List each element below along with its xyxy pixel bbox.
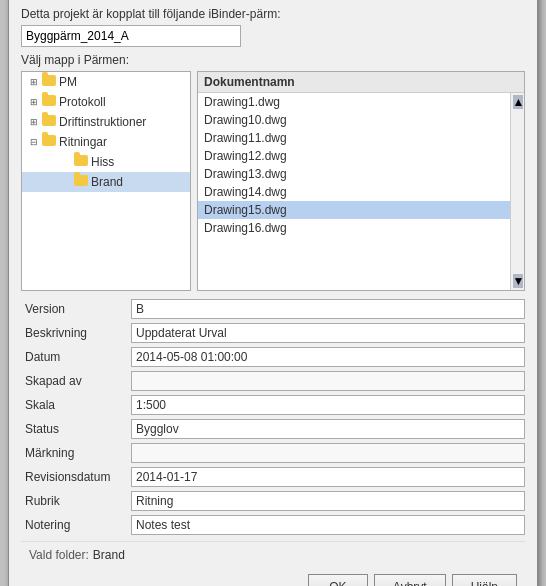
doc-list-items: Drawing1.dwg Drawing10.dwg Drawing11.dwg… xyxy=(198,93,510,290)
label-skala: Skala xyxy=(21,398,131,412)
field-revisionsdatum[interactable] xyxy=(131,467,525,487)
field-status[interactable] xyxy=(131,419,525,439)
detail-row-version: Version xyxy=(21,299,525,319)
list-item[interactable]: Drawing16.dwg xyxy=(198,219,510,237)
project-input[interactable] xyxy=(21,25,241,47)
scroll-down-arrow[interactable]: ▼ xyxy=(513,274,523,288)
expander-ritningar: ⊟ xyxy=(26,134,42,150)
list-item[interactable]: Drawing11.dwg xyxy=(198,129,510,147)
list-item-selected[interactable]: Drawing15.dwg xyxy=(198,201,510,219)
tree-label-pm: PM xyxy=(59,75,77,89)
window-body: Detta projekt är kopplat till följande i… xyxy=(9,0,537,586)
field-notering[interactable] xyxy=(131,515,525,535)
detail-row-status: Status xyxy=(21,419,525,439)
tree-item-brand[interactable]: · Brand xyxy=(22,172,190,192)
list-item[interactable]: Drawing13.dwg xyxy=(198,165,510,183)
help-button[interactable]: Hjälp xyxy=(452,574,517,587)
detail-row-revisionsdatum: Revisionsdatum xyxy=(21,467,525,487)
folder-icon-driftinstruktioner xyxy=(42,115,56,129)
detail-row-datum: Datum xyxy=(21,347,525,367)
folder-icon-brand xyxy=(74,175,88,189)
label-skapad-av: Skapad av xyxy=(21,374,131,388)
label-rubrik: Rubrik xyxy=(21,494,131,508)
tree-label-protokoll: Protokoll xyxy=(59,95,106,109)
detail-row-skala: Skala xyxy=(21,395,525,415)
main-window: Hämta dokument från iBinder — □ ✕ Detta … xyxy=(8,0,538,586)
tree-item-driftinstruktioner[interactable]: ⊞ Driftinstruktioner xyxy=(22,112,190,132)
main-content-area: ⊞ PM ⊞ Protokoll ⊞ Driftinstruktioner xyxy=(21,71,525,291)
label-status: Status xyxy=(21,422,131,436)
tree-label-brand: Brand xyxy=(91,175,123,189)
scroll-up-arrow[interactable]: ▲ xyxy=(513,95,523,109)
tree-item-hiss[interactable]: · Hiss xyxy=(22,152,190,172)
cancel-button[interactable]: Avbryt xyxy=(374,574,446,587)
tree-item-ritningar[interactable]: ⊟ Ritningar xyxy=(22,132,190,152)
status-label: Vald folder: xyxy=(29,548,89,562)
detail-row-rubrik: Rubrik xyxy=(21,491,525,511)
folder-icon-protokoll xyxy=(42,95,56,109)
project-label: Detta projekt är kopplat till följande i… xyxy=(21,7,525,21)
field-skapad-av[interactable] xyxy=(131,371,525,391)
label-markning: Märkning xyxy=(21,446,131,460)
tree-label-hiss: Hiss xyxy=(91,155,114,169)
expander-pm: ⊞ xyxy=(26,74,42,90)
detail-row-markning: Märkning xyxy=(21,443,525,463)
ok-button[interactable]: OK xyxy=(308,574,368,587)
detail-row-notering: Notering xyxy=(21,515,525,535)
scrollbar[interactable]: ▲ ▼ xyxy=(510,93,524,290)
button-bar: OK Avbryt Hjälp xyxy=(21,568,525,587)
detail-row-beskrivning: Beskrivning xyxy=(21,323,525,343)
detail-row-skapad-av: Skapad av xyxy=(21,371,525,391)
tree-item-pm[interactable]: ⊞ PM xyxy=(22,72,190,92)
field-datum[interactable] xyxy=(131,347,525,367)
list-item[interactable]: Drawing14.dwg xyxy=(198,183,510,201)
expander-protokoll: ⊞ xyxy=(26,94,42,110)
folder-icon-hiss xyxy=(74,155,88,169)
field-skala[interactable] xyxy=(131,395,525,415)
expander-driftinstruktioner: ⊞ xyxy=(26,114,42,130)
field-markning[interactable] xyxy=(131,443,525,463)
field-version[interactable] xyxy=(131,299,525,319)
details-panel: Version Beskrivning Datum Skapad av Skal… xyxy=(21,299,525,535)
status-value: Brand xyxy=(93,548,125,562)
label-notering: Notering xyxy=(21,518,131,532)
list-item[interactable]: Drawing1.dwg xyxy=(198,93,510,111)
list-item[interactable]: Drawing10.dwg xyxy=(198,111,510,129)
label-datum: Datum xyxy=(21,350,131,364)
label-version: Version xyxy=(21,302,131,316)
folder-tree[interactable]: ⊞ PM ⊞ Protokoll ⊞ Driftinstruktioner xyxy=(21,71,191,291)
folder-icon-ritningar xyxy=(42,135,56,149)
folder-label: Välj mapp i Pärmen: xyxy=(21,53,525,67)
doc-list-header: Dokumentnamn xyxy=(198,72,524,93)
tree-label-ritningar: Ritningar xyxy=(59,135,107,149)
tree-item-protokoll[interactable]: ⊞ Protokoll xyxy=(22,92,190,112)
status-bar: Vald folder: Brand xyxy=(21,541,525,568)
doc-list-container: Dokumentnamn Drawing1.dwg Drawing10.dwg … xyxy=(197,71,525,291)
label-revisionsdatum: Revisionsdatum xyxy=(21,470,131,484)
field-beskrivning[interactable] xyxy=(131,323,525,343)
tree-label-driftinstruktioner: Driftinstruktioner xyxy=(59,115,146,129)
label-beskrivning: Beskrivning xyxy=(21,326,131,340)
field-rubrik[interactable] xyxy=(131,491,525,511)
doc-list-header-label: Dokumentnamn xyxy=(204,75,295,89)
list-item[interactable]: Drawing12.dwg xyxy=(198,147,510,165)
folder-icon-pm xyxy=(42,75,56,89)
doc-list-scroll[interactable]: Drawing1.dwg Drawing10.dwg Drawing11.dwg… xyxy=(198,93,524,290)
